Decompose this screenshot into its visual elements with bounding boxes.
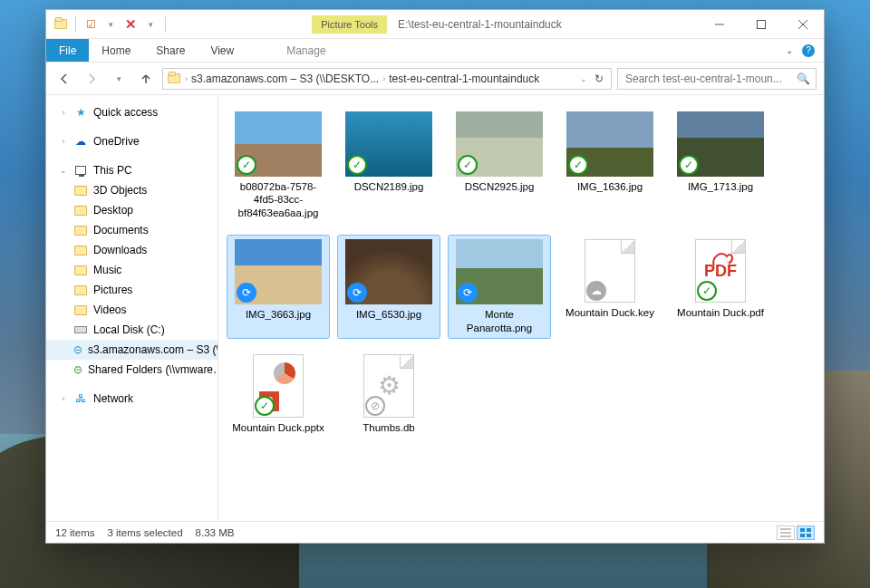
file-item[interactable]: ⟳IMG_6530.jpg bbox=[338, 236, 440, 338]
search-input[interactable] bbox=[624, 72, 797, 86]
file-name: Mountain Duck.key bbox=[566, 306, 654, 319]
file-item[interactable]: PDF✓Mountain Duck.pdf bbox=[670, 236, 771, 338]
sidebar-item-desktop[interactable]: Desktop bbox=[46, 200, 218, 220]
ribbon-tabs: File Home Share View Manage ⌄ ? bbox=[46, 39, 824, 63]
status-overlay-check-icon: ✓ bbox=[679, 155, 699, 175]
status-overlay-check-icon: ✓ bbox=[237, 155, 256, 175]
ribbon-expand-icon[interactable]: ⌄ bbox=[786, 45, 793, 55]
help-icon[interactable]: ? bbox=[802, 44, 815, 57]
search-box[interactable]: 🔍 bbox=[617, 68, 817, 90]
sidebar-item-network[interactable]: › 🖧 Network bbox=[46, 389, 218, 409]
content-pane[interactable]: ✓b08072ba-7578-4fd5-83cc-bf84f63ea6aa.jp… bbox=[218, 95, 824, 521]
sidebar-item-label: Music bbox=[93, 264, 121, 276]
folder-icon bbox=[53, 17, 68, 32]
breadcrumb-segment[interactable]: s3.amazonaws.com – S3 (\\DESKTO... bbox=[191, 72, 379, 85]
breadcrumb-segment[interactable]: test-eu-central-1-mountainduck bbox=[389, 72, 539, 85]
status-overlay-check-icon: ✓ bbox=[255, 396, 275, 416]
status-selected-count: 3 items selected bbox=[107, 527, 182, 538]
address-dropdown-icon[interactable]: ⌄ bbox=[580, 74, 587, 83]
tab-manage[interactable]: Manage bbox=[274, 39, 338, 62]
file-item[interactable]: ⟳IMG_3663.jpg bbox=[227, 236, 329, 338]
delete-icon[interactable]: ✕ bbox=[123, 17, 138, 32]
thumb-wrapper: ⟳ bbox=[456, 239, 543, 304]
details-icon bbox=[780, 528, 791, 537]
details-view-button[interactable] bbox=[777, 525, 795, 540]
recent-locations-button[interactable]: ▾ bbox=[108, 68, 130, 90]
sidebar-item-this-pc[interactable]: ⌄ This PC bbox=[46, 160, 218, 180]
tab-file[interactable]: File bbox=[46, 39, 89, 62]
delete-dropdown-icon[interactable]: ▾ bbox=[143, 17, 158, 32]
file-grid: ✓b08072ba-7578-4fd5-83cc-bf84f63ea6aa.jp… bbox=[227, 108, 815, 438]
file-item[interactable]: ⟳Monte Panarotta.png bbox=[449, 236, 550, 338]
chevron-right-icon[interactable]: › bbox=[59, 394, 68, 403]
sidebar-item-videos[interactable]: Videos bbox=[46, 300, 218, 320]
file-item[interactable]: ☁Mountain Duck.key bbox=[559, 236, 661, 338]
sidebar-item-label: Network bbox=[93, 392, 133, 405]
up-button[interactable] bbox=[135, 68, 157, 90]
file-name: b08072ba-7578-4fd5-83cc-bf84f63ea6aa.jpg bbox=[231, 180, 325, 219]
sidebar-item-s3-drive[interactable]: ⊝s3.amazonaws.com – S3 (\\… bbox=[46, 340, 218, 360]
thumb-wrapper: ✓ bbox=[677, 111, 764, 177]
file-item[interactable]: ✓DSCN2189.jpg bbox=[338, 108, 440, 223]
sidebar-item-pictures[interactable]: Pictures bbox=[46, 280, 218, 300]
thumb-wrapper: P✓ bbox=[253, 354, 304, 418]
svg-rect-10 bbox=[807, 534, 811, 537]
nav-bar: ▾ › s3.amazonaws.com – S3 (\\DESKTO... ›… bbox=[46, 63, 824, 95]
chevron-right-icon[interactable]: › bbox=[59, 137, 68, 146]
sidebar-item-downloads[interactable]: Downloads bbox=[46, 240, 218, 260]
file-item[interactable]: ✓IMG_1713.jpg bbox=[670, 108, 771, 223]
file-name: IMG_1713.jpg bbox=[688, 180, 753, 193]
file-item[interactable]: ✓DSCN2925.jpg bbox=[449, 108, 550, 223]
sidebar-item-onedrive[interactable]: › ☁ OneDrive bbox=[46, 131, 218, 151]
chevron-right-icon[interactable]: › bbox=[185, 74, 188, 83]
back-button[interactable] bbox=[53, 68, 75, 90]
minimize-button[interactable] bbox=[699, 10, 740, 38]
forward-button[interactable] bbox=[81, 68, 102, 90]
thumb-wrapper: ⟳ bbox=[345, 239, 432, 304]
file-item[interactable]: P✓Mountain Duck.pptx bbox=[227, 351, 329, 438]
thumb-wrapper: PDF✓ bbox=[695, 239, 746, 303]
contextual-tab-label: Picture Tools bbox=[312, 15, 387, 34]
sidebar-item-music[interactable]: Music bbox=[46, 260, 218, 280]
tab-view[interactable]: View bbox=[198, 39, 246, 62]
maximize-button[interactable] bbox=[740, 10, 782, 38]
drive-icon bbox=[73, 323, 88, 337]
chevron-down-icon[interactable]: ⌄ bbox=[59, 166, 68, 175]
address-bar[interactable]: › s3.amazonaws.com – S3 (\\DESKTO... › t… bbox=[162, 68, 612, 90]
thumbnails-icon bbox=[800, 528, 811, 537]
tab-share[interactable]: Share bbox=[143, 39, 198, 62]
sidebar-item-documents[interactable]: Documents bbox=[46, 220, 218, 240]
forward-icon bbox=[85, 72, 98, 85]
explorer-window: ☑ ▾ ✕ ▾ Picture Tools E:\test-eu-central… bbox=[45, 9, 825, 544]
quick-access-toolbar: ☑ ▾ ✕ ▾ bbox=[46, 10, 175, 38]
cloud-icon: ☁ bbox=[73, 134, 88, 149]
file-item[interactable]: ✓b08072ba-7578-4fd5-83cc-bf84f63ea6aa.jp… bbox=[227, 108, 329, 223]
tab-home[interactable]: Home bbox=[89, 39, 143, 62]
chevron-right-icon[interactable]: › bbox=[382, 74, 385, 83]
svg-rect-8 bbox=[807, 528, 811, 532]
search-icon[interactable]: 🔍 bbox=[797, 72, 810, 85]
file-item[interactable]: ⚙⊘Thumbs.db bbox=[338, 351, 440, 438]
folder-icon bbox=[73, 283, 88, 297]
minimize-icon bbox=[715, 20, 724, 29]
sidebar-item-local-disk[interactable]: Local Disk (C:) bbox=[46, 320, 218, 340]
refresh-button[interactable]: ↻ bbox=[594, 72, 604, 85]
properties-icon[interactable]: ☑ bbox=[83, 17, 98, 32]
status-item-count: 12 items bbox=[55, 527, 94, 538]
thumb-wrapper: ✓ bbox=[456, 111, 543, 177]
svg-rect-9 bbox=[800, 534, 805, 537]
qat-dropdown-icon[interactable]: ▾ bbox=[103, 17, 118, 32]
thumbnails-view-button[interactable] bbox=[797, 525, 815, 540]
sidebar-item-3d-objects[interactable]: 3D Objects bbox=[46, 180, 218, 200]
sidebar-item-shared-folders[interactable]: ⊝Shared Folders (\\vmware… bbox=[46, 360, 218, 380]
close-button[interactable] bbox=[782, 10, 824, 38]
file-item[interactable]: ✓IMG_1636.jpg bbox=[559, 108, 661, 223]
window-title: E:\test-eu-central-1-mountainduck bbox=[398, 18, 562, 31]
sidebar-item-label: Videos bbox=[93, 304, 126, 316]
svg-rect-1 bbox=[758, 20, 766, 28]
folder-icon bbox=[73, 203, 88, 217]
sidebar-item-quick-access[interactable]: › ★ Quick access bbox=[46, 102, 218, 122]
chevron-right-icon[interactable]: › bbox=[59, 108, 68, 117]
status-overlay-check-icon: ✓ bbox=[697, 281, 717, 301]
nav-pane[interactable]: › ★ Quick access › ☁ OneDrive ⌄ This PC … bbox=[46, 95, 218, 521]
